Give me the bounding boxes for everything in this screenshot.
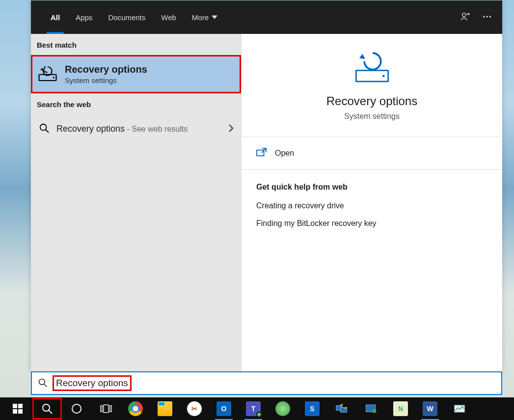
svg-point-0 [462,13,466,16]
open-label: Open [275,149,294,158]
recovery-icon-large [352,49,393,85]
start-search-panel: All Apps Documents Web More Best match [31,0,502,371]
open-icon [256,148,267,159]
taskbar-app-rdp[interactable] [327,397,356,420]
search-icon [39,123,50,135]
quick-help-link-bitlocker[interactable]: Finding my BitLocker recovery key [256,219,487,228]
svg-rect-25 [341,408,347,413]
taskbar-app-outlook[interactable]: O [209,397,239,420]
svg-point-20 [72,404,81,413]
preview-hero: Recovery options System settings [242,34,502,137]
taskbar-app-browser[interactable] [268,397,298,420]
tab-documents[interactable]: Documents [100,0,153,34]
svg-rect-21 [101,406,102,412]
taskbar-search-button[interactable] [32,398,62,420]
web-result-suffix: - See web results [125,125,188,133]
chevron-down-icon [212,15,217,19]
best-match-subtitle: System settings [65,76,147,84]
svg-rect-16 [13,409,17,414]
taskbar-app-teams[interactable]: T✓ [239,397,268,420]
svg-rect-22 [104,405,108,412]
svg-rect-14 [13,404,17,408]
taskbar-app-file-explorer[interactable] [150,397,180,420]
svg-line-13 [44,384,47,387]
tab-all[interactable]: All [43,0,68,34]
recovery-icon [37,63,58,85]
svg-line-7 [46,129,49,132]
taskbar: ✂ O T✓ S N W [0,397,514,420]
web-result-query: Recovery options [56,124,125,134]
open-action[interactable]: Open [242,137,502,170]
more-options-icon[interactable] [482,11,492,24]
svg-point-9 [382,75,385,77]
taskbar-app-remoteapp[interactable] [356,397,386,420]
search-input-value: Recovery options [56,378,128,389]
preview-pane: Recovery options System settings Open Ge… [241,34,502,371]
search-icon [38,378,48,389]
tab-more[interactable]: More [184,0,225,34]
quick-help-section: Get quick help from web Creating a recov… [242,170,502,250]
svg-point-2 [486,16,487,17]
search-input-box[interactable]: Recovery options [31,371,502,395]
taskbar-app-chrome[interactable] [121,397,150,420]
best-match-header: Best match [31,34,241,55]
svg-rect-15 [18,404,23,408]
svg-rect-28 [455,405,465,412]
svg-point-6 [40,124,47,130]
svg-point-27 [372,409,376,413]
taskbar-app-security[interactable]: S [298,397,327,420]
quick-help-header: Get quick help from web [256,183,487,192]
taskbar-app-perf[interactable] [445,397,474,420]
taskbar-app-snip[interactable]: ✂ [180,397,209,420]
quick-help-link-recovery-drive[interactable]: Creating a recovery drive [256,201,487,210]
start-button[interactable] [3,397,32,420]
results-list: Best match Recovery options System setti… [31,34,241,371]
best-match-title: Recovery options [65,64,147,75]
taskbar-taskview-button[interactable] [91,397,121,420]
feedback-icon[interactable] [460,11,471,24]
svg-point-18 [43,404,50,411]
svg-point-3 [489,16,491,17]
taskbar-app-notepadpp[interactable]: N [386,397,415,420]
svg-line-19 [49,410,52,414]
taskbar-cortana-button[interactable] [62,397,91,420]
svg-point-5 [53,77,54,78]
search-web-header: Search the web [31,93,241,114]
tab-apps[interactable]: Apps [68,0,100,34]
search-scope-tabs: All Apps Documents Web More [31,0,502,34]
svg-rect-10 [257,150,264,156]
chevron-right-icon [228,124,233,134]
search-input-highlight: Recovery options [53,375,132,391]
web-search-result[interactable]: Recovery options - See web results [31,114,241,143]
svg-rect-17 [18,409,23,414]
svg-point-1 [483,16,485,17]
preview-title: Recovery options [251,94,492,108]
taskbar-app-word[interactable]: W [415,397,445,420]
preview-subtitle: System settings [251,112,492,121]
best-match-result[interactable]: Recovery options System settings [31,55,241,93]
tab-more-label: More [192,13,209,22]
svg-point-12 [39,379,45,385]
svg-rect-23 [110,406,111,412]
tab-web[interactable]: Web [153,0,184,34]
